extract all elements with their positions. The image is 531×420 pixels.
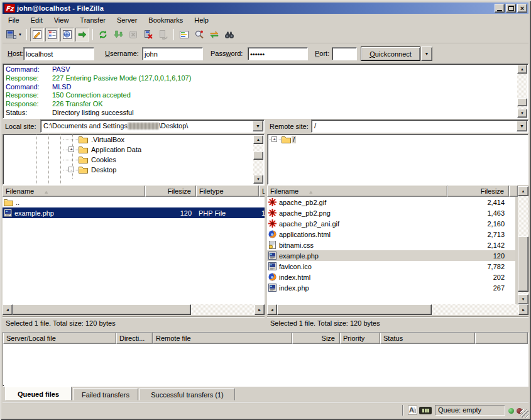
file-row[interactable]: index.html202 (267, 272, 515, 282)
menu-help[interactable]: Help (189, 15, 214, 25)
local-list-header: Filename▲FilesizeFiletypeL (3, 185, 265, 197)
tree-item[interactable]: -Desktop (3, 165, 264, 175)
column-header-status[interactable]: Status (380, 333, 475, 344)
process-queue-button[interactable] (111, 28, 125, 41)
toggle-transfer-queue-button[interactable] (75, 28, 89, 41)
expand-icon[interactable]: + (271, 136, 277, 142)
tree-item[interactable]: +/ (268, 135, 528, 145)
port-input[interactable] (332, 47, 357, 60)
menu-server[interactable]: Server (111, 15, 143, 25)
synchronized-browsing-button[interactable] (207, 28, 221, 41)
toggle-local-tree-button[interactable] (45, 28, 59, 41)
file-row[interactable]: apache_pb2_ani.gif2,160 (267, 218, 515, 229)
local-tree-scrollbar[interactable]: ▲ ▼ (253, 135, 263, 184)
close-button[interactable]: × (517, 4, 527, 13)
column-header-size[interactable]: Size (292, 333, 340, 344)
column-header-l[interactable]: L (259, 185, 265, 197)
file-row[interactable]: bitnami.css2,142 (267, 240, 515, 250)
column-header-remote-file[interactable]: Remote file (153, 333, 292, 344)
username-input[interactable] (142, 47, 203, 60)
scroll-right-button[interactable]: ► (255, 304, 265, 315)
file-name-cell: apache_pb2_ani.gif (267, 219, 447, 228)
find-files-button[interactable] (222, 28, 236, 41)
scroll-thumb[interactable] (253, 152, 263, 160)
column-header-priority[interactable]: Priority (340, 333, 380, 344)
tab-queued-files[interactable]: Queued files (5, 387, 72, 401)
scroll-down-button[interactable]: ▼ (517, 109, 527, 118)
log-scrollbar[interactable]: ▲ ▼ (517, 65, 527, 118)
local-site-combo[interactable]: C:\Documents and Settings\Desktop\ ▼ (40, 119, 265, 133)
menu-file[interactable]: File (3, 15, 25, 25)
scroll-down-button[interactable]: ▼ (518, 294, 528, 304)
tab-successful-transfers-1-[interactable]: Successful transfers (1) (140, 388, 235, 401)
minimize-button[interactable] (495, 4, 505, 13)
combo-dropdown-icon[interactable]: ▼ (517, 121, 527, 131)
scroll-down-button[interactable]: ▼ (253, 175, 263, 184)
file-row[interactable]: apache_pb2.gif2,414 (267, 197, 515, 207)
scroll-thumb[interactable] (277, 304, 432, 315)
file-row[interactable]: index.php267 (267, 282, 515, 293)
column-header-directi-[interactable]: Directi... (116, 333, 153, 344)
column-header-filename[interactable]: Filename▲ (267, 185, 447, 197)
redacted-username (128, 123, 159, 130)
host-input[interactable] (23, 47, 94, 60)
filter-button[interactable] (177, 28, 191, 41)
scroll-up-button[interactable]: ▲ (517, 65, 527, 74)
scroll-up-button[interactable]: ▲ (253, 135, 263, 144)
column-header-label: Size (322, 334, 335, 342)
file-size-cell: 2,142 (447, 241, 509, 249)
cancel-operation-button[interactable] (126, 28, 140, 41)
log-line: Status:Directory listing successful (6, 109, 515, 118)
expand-icon[interactable]: + (68, 146, 74, 152)
column-header-server-local-file[interactable]: Server/Local file (3, 333, 116, 344)
dropdown-arrow-icon: ▼ (18, 33, 22, 36)
scroll-thumb[interactable] (517, 98, 527, 106)
scroll-thumb[interactable] (518, 236, 528, 292)
remote-site-combo[interactable]: / ▼ (311, 119, 528, 133)
column-header-filler (509, 185, 518, 197)
tree-item[interactable]: +Application Data (3, 145, 264, 155)
file-row[interactable]: applications.html2,713 (267, 229, 515, 240)
host-label: Host: (8, 50, 24, 57)
password-input[interactable] (248, 47, 308, 60)
column-header-filesize[interactable]: Filesize (145, 185, 196, 197)
tree-item[interactable]: Cookies (3, 155, 264, 165)
toggle-message-log-button[interactable] (30, 28, 44, 41)
column-header-filename[interactable]: Filename▲ (3, 185, 145, 197)
queue-header: Server/Local fileDirecti...Remote fileSi… (3, 333, 528, 344)
file-row[interactable]: .. (3, 197, 265, 207)
file-row[interactable]: example.php120PHP File1 (3, 207, 265, 218)
reconnect-button[interactable] (156, 28, 170, 41)
scroll-thumb[interactable] (13, 304, 191, 315)
file-row[interactable]: favicon.ico7,782 (267, 261, 515, 272)
menu-transfer[interactable]: Transfer (74, 15, 111, 25)
file-row[interactable]: example.php120 (267, 250, 515, 261)
column-header-filetype[interactable]: Filetype (196, 185, 259, 197)
file-row[interactable]: apache_pb2.png1,463 (267, 207, 515, 218)
directory-comparison-button[interactable] (192, 28, 206, 41)
tree-item[interactable]: .VirtualBox (3, 135, 264, 145)
combo-dropdown-icon[interactable]: ▼ (253, 121, 263, 131)
scroll-up-button[interactable]: ▲ (518, 186, 528, 196)
refresh-button[interactable] (96, 28, 110, 41)
maximize-button[interactable] (506, 4, 516, 13)
disconnect-button[interactable] (141, 28, 155, 41)
menu-bookmarks[interactable]: Bookmarks (143, 15, 189, 25)
resize-grip[interactable] (520, 409, 528, 417)
scroll-right-button[interactable]: ► (518, 304, 528, 315)
quickconnect-button[interactable]: Quickconnect (361, 47, 420, 61)
remote-pane-status: Selected 1 file. Total size: 120 bytes (267, 316, 528, 329)
collapse-icon[interactable]: - (68, 167, 74, 172)
column-header-filesize[interactable]: Filesize (447, 185, 509, 197)
remote-list-scrollbar[interactable]: ▲ ▼ (518, 186, 528, 304)
remote-list-hscrollbar[interactable]: ◄ ► (267, 304, 528, 315)
site-manager-button[interactable]: ▼ (4, 28, 23, 41)
menu-view[interactable]: View (48, 15, 75, 25)
tab-failed-transfers[interactable]: Failed transfers (73, 388, 138, 401)
scroll-left-button[interactable]: ◄ (3, 304, 13, 315)
scroll-left-button[interactable]: ◄ (267, 304, 277, 315)
local-list-hscrollbar[interactable]: ◄ ► (3, 304, 265, 315)
toggle-remote-tree-button[interactable] (60, 28, 74, 41)
menu-edit[interactable]: Edit (25, 15, 48, 25)
quickconnect-dropdown-button[interactable]: ▼ (421, 47, 432, 61)
